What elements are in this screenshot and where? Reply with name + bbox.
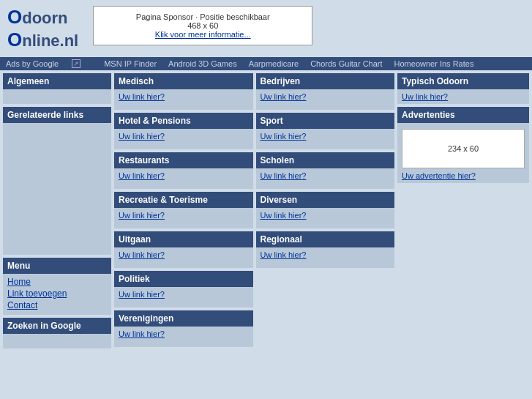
diversen-header: Diversen bbox=[256, 192, 395, 208]
main-content: Algemeen Gerelateerde links Menu Home Li… bbox=[0, 70, 532, 351]
row-3: Restaurants Uw link hier? Scholen Uw lin… bbox=[114, 152, 394, 189]
sponsor-line3: Klik voor meer informatie... bbox=[108, 30, 297, 39]
bedrijven-link[interactable]: Uw link hier? bbox=[261, 92, 307, 101]
zoeken-section: Zoeken in Google bbox=[3, 318, 111, 348]
hotel-body: Uw link hier? bbox=[114, 129, 253, 149]
ad-link[interactable]: Uw advertentie hier? bbox=[402, 171, 525, 180]
gerelateerde-body bbox=[3, 123, 111, 255]
typisch-link[interactable]: Uw link hier? bbox=[402, 92, 448, 101]
logo: Odoorn Online.nl bbox=[7, 6, 78, 51]
right-sidebar: Typisch Odoorn Uw link hier? Advertentie… bbox=[397, 73, 529, 348]
bedrijven-header: Bedrijven bbox=[256, 73, 395, 89]
menu-link-toevoegen[interactable]: Link toevoegen bbox=[7, 288, 107, 299]
uitgaan-link[interactable]: Uw link hier? bbox=[119, 250, 165, 259]
logo-line2: Online.nl bbox=[7, 29, 78, 51]
scholen-body: Uw link hier? bbox=[256, 168, 395, 189]
recreatie-link[interactable]: Uw link hier? bbox=[119, 211, 165, 220]
center-content: Medisch Uw link hier? Bedrijven Uw link … bbox=[114, 73, 394, 348]
regionaal-body: Uw link hier? bbox=[256, 247, 395, 268]
restaurants-block: Restaurants Uw link hier? bbox=[114, 152, 253, 189]
row-1: Medisch Uw link hier? Bedrijven Uw link … bbox=[114, 73, 394, 110]
gerelateerde-header: Gerelateerde links bbox=[3, 107, 111, 123]
sponsor-line2: 468 x 60 bbox=[108, 21, 297, 30]
sport-body: Uw link hier? bbox=[256, 129, 395, 149]
advertenties-body: 234 x 60 Uw advertentie hier? bbox=[397, 123, 529, 183]
medisch-block: Medisch Uw link hier? bbox=[114, 73, 253, 110]
algemeen-header: Algemeen bbox=[3, 73, 111, 89]
nav-link-homeowner[interactable]: Homeowner Ins Rates bbox=[394, 59, 474, 68]
nav-link-android[interactable]: Android 3D Games bbox=[168, 59, 237, 68]
menu-header: Menu bbox=[3, 258, 111, 274]
left-sidebar: Algemeen Gerelateerde links Menu Home Li… bbox=[3, 73, 111, 348]
sponsor-box[interactable]: Pagina Sponsor · Positie beschikbaar 468… bbox=[93, 6, 312, 45]
advertenties-section: Advertenties 234 x 60 Uw advertentie hie… bbox=[397, 107, 529, 183]
typisch-section: Typisch Odoorn Uw link hier? bbox=[397, 73, 529, 104]
politiek-link[interactable]: Uw link hier? bbox=[119, 290, 165, 299]
algemeen-section: Algemeen bbox=[3, 73, 111, 104]
uitgaan-block: Uitgaan Uw link hier? bbox=[114, 231, 253, 268]
row-2: Hotel & Pensions Uw link hier? Sport Uw … bbox=[114, 113, 394, 149]
menu-home[interactable]: Home bbox=[7, 277, 107, 287]
hotel-link[interactable]: Uw link hier? bbox=[119, 132, 165, 141]
regionaal-header: Regionaal bbox=[256, 231, 395, 247]
menu-contact[interactable]: Contact bbox=[7, 300, 107, 310]
verenigingen-link[interactable]: Uw link hier? bbox=[119, 329, 165, 338]
sport-header: Sport bbox=[256, 113, 395, 129]
restaurants-link[interactable]: Uw link hier? bbox=[119, 171, 165, 180]
recreatie-header: Recreatie & Toerisme bbox=[114, 192, 253, 208]
algemeen-body bbox=[3, 89, 111, 104]
recreatie-block: Recreatie & Toerisme Uw link hier? bbox=[114, 192, 253, 228]
restaurants-body: Uw link hier? bbox=[114, 168, 253, 189]
zoeken-body bbox=[3, 334, 111, 348]
external-icon: ↗ bbox=[72, 59, 80, 68]
typisch-body: Uw link hier? bbox=[397, 89, 529, 104]
zoeken-header: Zoeken in Google bbox=[3, 318, 111, 334]
verenigingen-block: Verenigingen Uw link hier? bbox=[114, 310, 253, 347]
menu-links: Home Link toevoegen Contact bbox=[3, 274, 111, 315]
politiek-header: Politiek bbox=[114, 271, 253, 287]
regionaal-link[interactable]: Uw link hier? bbox=[261, 250, 307, 259]
gerelateerde-section: Gerelateerde links bbox=[3, 107, 111, 255]
regionaal-block: Regionaal Uw link hier? bbox=[256, 231, 395, 268]
menu-section: Menu Home Link toevoegen Contact bbox=[3, 258, 111, 315]
verenigingen-body: Uw link hier? bbox=[114, 327, 253, 347]
restaurants-header: Restaurants bbox=[114, 152, 253, 168]
nav-link-chords[interactable]: Chords Guitar Chart bbox=[310, 59, 382, 68]
recreatie-body: Uw link hier? bbox=[114, 208, 253, 228]
scholen-block: Scholen Uw link hier? bbox=[256, 152, 395, 189]
medisch-body: Uw link hier? bbox=[114, 89, 253, 110]
scholen-header: Scholen bbox=[256, 152, 395, 168]
row-6: Politiek Uw link hier? bbox=[114, 271, 394, 307]
medisch-link[interactable]: Uw link hier? bbox=[119, 92, 165, 101]
ad-box: 234 x 60 bbox=[402, 129, 525, 168]
sport-link[interactable]: Uw link hier? bbox=[261, 132, 307, 141]
nav-link-msn[interactable]: MSN IP Finder bbox=[104, 59, 157, 68]
typisch-header: Typisch Odoorn bbox=[397, 73, 529, 89]
row-7: Verenigingen Uw link hier? bbox=[114, 310, 394, 347]
scholen-link[interactable]: Uw link hier? bbox=[261, 171, 307, 180]
logo-line1: Odoorn bbox=[7, 6, 78, 29]
verenigingen-header: Verenigingen bbox=[114, 310, 253, 327]
bedrijven-body: Uw link hier? bbox=[256, 89, 395, 110]
ads-by-google: Ads by Google ↗ bbox=[6, 59, 92, 68]
diversen-link[interactable]: Uw link hier? bbox=[261, 211, 307, 220]
row-4: Recreatie & Toerisme Uw link hier? Diver… bbox=[114, 192, 394, 228]
hotel-header: Hotel & Pensions bbox=[114, 113, 253, 129]
uitgaan-body: Uw link hier? bbox=[114, 247, 253, 268]
ad-size: 234 x 60 bbox=[448, 144, 479, 153]
sport-block: Sport Uw link hier? bbox=[256, 113, 395, 149]
uitgaan-header: Uitgaan bbox=[114, 231, 253, 247]
politiek-body: Uw link hier? bbox=[114, 287, 253, 307]
row-5: Uitgaan Uw link hier? Regionaal Uw link … bbox=[114, 231, 394, 268]
politiek-block: Politiek Uw link hier? bbox=[114, 271, 253, 307]
medisch-header: Medisch bbox=[114, 73, 253, 89]
header: Odoorn Online.nl Pagina Sponsor · Positi… bbox=[0, 0, 532, 57]
nav-link-aarp[interactable]: Aarpmedicare bbox=[249, 59, 299, 68]
advertenties-header: Advertenties bbox=[397, 107, 529, 123]
diversen-body: Uw link hier? bbox=[256, 208, 395, 228]
diversen-block: Diversen Uw link hier? bbox=[256, 192, 395, 228]
navbar: Ads by Google ↗ MSN IP Finder Android 3D… bbox=[0, 57, 532, 70]
bedrijven-block: Bedrijven Uw link hier? bbox=[256, 73, 395, 110]
sponsor-line1: Pagina Sponsor · Positie beschikbaar bbox=[108, 12, 297, 21]
hotel-block: Hotel & Pensions Uw link hier? bbox=[114, 113, 253, 149]
